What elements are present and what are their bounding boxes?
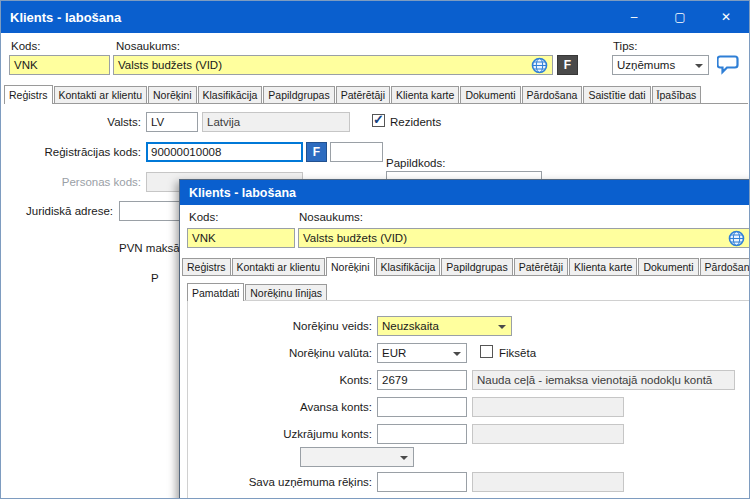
konts-label: Konts: (200, 374, 372, 386)
konts-description-value: Nauda ceļā - iemaksa vienotajā nodokļu k… (477, 374, 712, 386)
norekinu-valuta-label: Norēķinu valūta: (200, 347, 372, 359)
nosaukums-value: Valsts budžets (VID) (118, 59, 222, 71)
uzkrajumu-konts-description-field (472, 424, 624, 444)
konts-value: 2679 (382, 374, 408, 386)
tab-saistitie-dati[interactable]: Saistītie dati (583, 86, 650, 103)
tab-klasifikacija[interactable]: Klasifikācija (198, 86, 263, 103)
kods-input[interactable]: VNK (9, 55, 110, 75)
juridiska-adrese-label: Juridiskā adrese: (1, 205, 113, 217)
chevron-down-icon (695, 64, 703, 68)
nosaukums-input[interactable]: Valsts budžets (VID) (113, 55, 553, 75)
norekinu-valuta-value: EUR (382, 347, 406, 359)
formula-button-dark[interactable]: F (557, 55, 578, 75)
rezidents-label: Rezidents (390, 116, 441, 128)
registracijas-kods-extra-input[interactable] (330, 142, 383, 162)
registracijas-kods-label: Reģistrācijas kods: (1, 146, 141, 158)
sava-uznemuma-rekins-label: Sava uzņēmuma rēķins: (200, 476, 372, 488)
dialog-tab-klienta-karte[interactable]: Klienta karte (569, 258, 637, 275)
konts-input[interactable]: 2679 (377, 370, 467, 390)
tab-papildgrupas[interactable]: Papildgrupas (263, 86, 334, 103)
rezidents-checkbox[interactable] (372, 114, 385, 127)
dialog-subtab-strip: Pamatdati Norēķinu līnijas (187, 282, 750, 301)
tips-combo[interactable]: Uzņēmums (612, 55, 709, 75)
dialog-tab-dokumenti[interactable]: Dokumenti (638, 258, 698, 275)
tab-kontakti-ar-klientu[interactable]: Kontakti ar klientu (54, 86, 147, 103)
dialog-tab-pardosana[interactable]: Pārdošana (700, 258, 750, 275)
dialog-nosaukums-label: Nosaukums: (299, 211, 363, 223)
nosaukums-label: Nosaukums: (116, 40, 180, 52)
norekinu-valuta-combo[interactable]: EUR (377, 343, 467, 363)
valsts-label: Valsts: (1, 116, 141, 128)
app-screen: Klients - labošana – ▢ ✕ Kods: Nosaukums… (0, 0, 750, 499)
dialog-nosaukums-input[interactable]: Valsts budžets (VID) (298, 228, 750, 248)
globe-icon[interactable] (728, 230, 745, 247)
chevron-down-icon (498, 325, 506, 329)
minimize-button[interactable]: – (611, 1, 657, 33)
dialog-nosaukums-value: Valsts budžets (VID) (303, 232, 407, 244)
papildkods-label: Papildkods: (386, 157, 445, 169)
close-button[interactable]: ✕ (703, 1, 749, 33)
main-tab-strip: Reģistrs Kontakti ar klientu Norēķini Kl… (4, 85, 748, 104)
pvn-label-fragment: PVN maksā (119, 242, 180, 254)
registracijas-kods-value: 90000010008 (151, 146, 221, 158)
konts-description-field: Nauda ceļā - iemaksa vienotajā nodokļu k… (472, 370, 735, 390)
dialog-tab-papildgrupas[interactable]: Papildgrupas (441, 258, 512, 275)
p-label-fragment: P (151, 272, 159, 284)
tab-pardosana[interactable]: Pārdošana (522, 86, 583, 103)
globe-icon[interactable] (531, 57, 548, 74)
uzkrajumu-konts-input[interactable] (377, 424, 467, 444)
tips-value: Uzņēmums (617, 59, 675, 71)
dialog-window-title: Klients - labošana (189, 186, 296, 200)
tab-registrs[interactable]: Reģistrs (4, 85, 53, 103)
personas-kods-label: Personas kods: (1, 176, 141, 188)
valsts-code-value: LV (151, 116, 164, 128)
uzkrajumu-konts-label: Uzkrājumu konts: (200, 428, 372, 440)
tab-norekini[interactable]: Norēķini (148, 86, 197, 103)
dialog-kods-label: Kods: (189, 211, 218, 223)
valsts-name-field: Latvija (202, 112, 350, 132)
norekinu-veids-value: Neuzskaita (382, 320, 439, 332)
dialog-tab-registrs[interactable]: Reģistrs (182, 258, 231, 275)
avansa-konts-description-field (472, 397, 624, 417)
norekinu-veids-combo[interactable]: Neuzskaita (377, 316, 512, 336)
tab-dokumenti[interactable]: Dokumenti (460, 86, 520, 103)
norekinu-veids-label: Norēķinu veids: (200, 320, 372, 332)
kods-value: VNK (14, 59, 38, 71)
tab-klienta-karte[interactable]: Klienta karte (391, 86, 459, 103)
dialog-tab-klasifikacija[interactable]: Klasifikācija (376, 258, 441, 275)
fikseta-checkbox[interactable] (480, 345, 493, 358)
sava-uznemuma-rekins-input[interactable] (377, 472, 467, 492)
dialog-kods-value: VNK (192, 232, 216, 244)
dialog-tab-strip: Reģistrs Kontakti ar klientu Norēķini Kl… (182, 257, 750, 276)
subtab-pamatdati[interactable]: Pamatdati (187, 283, 244, 301)
dialog-title-bar: Klients - labošana (180, 180, 750, 205)
chevron-down-icon (453, 352, 461, 356)
kods-label: Kods: (11, 40, 40, 52)
sava-uznemuma-rekins-description-field (472, 472, 624, 492)
tips-label: Tips: (613, 40, 638, 52)
avansa-konts-input[interactable] (377, 397, 467, 417)
subtab-norekinu-linijas[interactable]: Norēķinu līnijas (245, 284, 327, 301)
fikseta-label: Fiksēta (499, 347, 536, 359)
tab-ipasibas[interactable]: Īpašības (652, 86, 702, 103)
valsts-name-value: Latvija (207, 116, 240, 128)
avansa-konts-label: Avansa konts: (200, 401, 372, 413)
client-edit-dialog: Klients - labošana Kods: Nosaukums: VNK … (179, 179, 750, 499)
tab-pateretaji[interactable]: Patērētāji (336, 86, 390, 103)
dialog-tab-norekini[interactable]: Norēķini (326, 257, 375, 275)
dialog-tab-kontakti[interactable]: Kontakti ar klientu (232, 258, 325, 275)
maximize-button[interactable]: ▢ (657, 1, 703, 33)
chat-icon[interactable] (717, 54, 742, 75)
formula-button-blue[interactable]: F (306, 142, 327, 162)
valsts-code-input[interactable]: LV (146, 112, 198, 132)
unlabeled-combo[interactable] (300, 447, 414, 467)
registracijas-kods-input[interactable]: 90000010008 (146, 142, 303, 162)
dialog-tab-pateretaji[interactable]: Patērētāji (514, 258, 568, 275)
main-window-title: Klients - labošana (10, 10, 121, 25)
dialog-kods-input[interactable]: VNK (187, 228, 295, 248)
chevron-down-icon (400, 456, 408, 460)
